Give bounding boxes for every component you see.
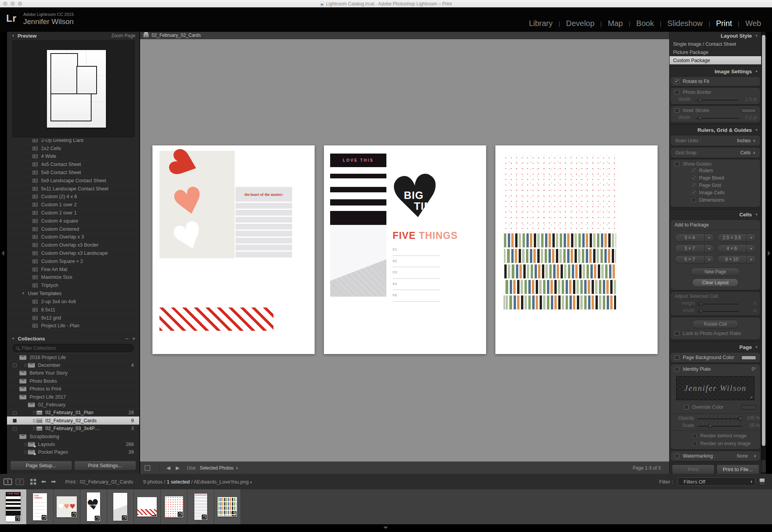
template-item[interactable]: Custom Square + 2 [7, 257, 139, 265]
filmstrip-cell[interactable]: LOVE THIS FIVE THINGS ♥ ♥ ♥ ♥ BIG TIME t… [134, 489, 161, 524]
dashes-card-cell[interactable] [503, 232, 617, 310]
add-cell-size-button[interactable]: 3 × 4 ▼ [675, 233, 714, 242]
template-item[interactable]: 5x9 Landscape Contact Sheet [7, 176, 139, 185]
rotate-to-fit-checkbox[interactable] [675, 79, 679, 84]
collection-row[interactable]: Scrapbooking [7, 432, 139, 440]
print-to-file-button[interactable]: Print to File... [717, 465, 759, 474]
template-item[interactable]: Custom Overlap x 3 [7, 233, 139, 241]
collection-checkbox[interactable] [13, 419, 17, 423]
big-time-card-cell[interactable]: ♥ BIG TIME [390, 168, 452, 230]
clear-layout-button[interactable]: Clear Layout [692, 278, 739, 287]
collection-row[interactable]: December 4 [7, 361, 139, 369]
template-item[interactable]: Custom Centered [7, 225, 139, 233]
collections-panel-header[interactable]: ▼ Collections − + [7, 334, 139, 343]
guide-option-checkbox[interactable] [692, 168, 696, 173]
template-item[interactable]: Maximize Size [7, 273, 139, 282]
photo-border-width-slider[interactable] [696, 96, 739, 102]
filmstrip-source-breadcrumb[interactable]: Print : 02_February_02_Cards [65, 479, 133, 485]
template-item[interactable]: Custom Overlap x3 Landscape [7, 249, 139, 257]
dropdown-arrow-icon[interactable]: ▼ [704, 245, 714, 252]
collection-row[interactable]: Photo Books [7, 377, 139, 385]
module-tab[interactable]: Book [623, 19, 654, 28]
filter-select[interactable]: Filters Off ▲▼ [678, 477, 755, 486]
inner-stroke-width-slider[interactable] [696, 114, 739, 121]
go-forward-button[interactable]: ➡ [51, 478, 56, 485]
collection-badge-icon[interactable] [122, 515, 127, 520]
use-selector[interactable]: Selected Photos [200, 465, 234, 471]
opacity-slider[interactable] [697, 415, 742, 421]
page-section-header[interactable]: Page▼ [670, 343, 761, 351]
dropdown-arrow-icon[interactable]: ▾ [250, 480, 252, 484]
right-panel-scrollbar[interactable] [762, 32, 766, 474]
scrollbar-thumb[interactable] [762, 35, 765, 446]
photo-thumbnail[interactable]: LOVE THIS FIVE THINGS ♥ ♥ ♥ ♥ BIG TIME t… [33, 493, 47, 520]
collection-row[interactable]: 02_February_02_Cards 9 [7, 416, 139, 424]
layout-style-option[interactable]: Custom Package [670, 56, 761, 64]
photo-thumbnail[interactable]: LOVE THIS FIVE THINGS ♥ ♥ ♥ ♥ BIG TIME t… [113, 493, 127, 521]
filmstrip-cell[interactable]: LOVE THIS FIVE THINGS ♥ ♥ ♥ ♥ BIG TIME t… [214, 489, 241, 524]
page-setup-button[interactable]: Page Setup... [10, 461, 72, 470]
love-this-card-cell[interactable]: LOVE THIS [330, 154, 386, 297]
next-page-button[interactable]: ▶ [176, 465, 180, 471]
template-item[interactable]: 5x8 Contact Sheet [7, 168, 139, 176]
render-behind-image-checkbox[interactable] [692, 434, 697, 438]
view-mode-icon[interactable] [145, 465, 150, 471]
filmstrip-cell[interactable]: LOVE THIS FIVE THINGS ♥ ♥ ♥ ♥ BIG TIME t… [0, 489, 27, 524]
override-color-swatch[interactable] [741, 405, 756, 409]
dropdown-arrow-icon[interactable]: ▼ [704, 234, 714, 242]
collapse-left-icon[interactable] [2, 250, 4, 256]
module-tab[interactable]: Map [594, 19, 623, 28]
add-cell-size-button[interactable]: 8 × 10 ▼ [717, 255, 756, 264]
grid-view-icon[interactable] [30, 479, 36, 485]
print-settings-button[interactable]: Print Settings... [74, 461, 136, 470]
collection-row[interactable]: Pocket Pages 39 [7, 448, 139, 456]
add-cell-size-button[interactable]: 4 × 6 ▼ [717, 244, 756, 253]
photo-thumbnail[interactable]: LOVE THIS FIVE THINGS ♥ ♥ ♥ ♥ BIG TIME t… [87, 492, 100, 521]
identity-plate-checkbox[interactable] [675, 367, 679, 371]
dropdown-arrow-icon[interactable]: ▼ [750, 396, 753, 399]
layout-style-option[interactable]: Picture Package [670, 48, 761, 56]
identity-plate-angle[interactable]: 0° [752, 366, 756, 372]
dropdown-arrow-icon[interactable]: ▼ [704, 256, 714, 263]
template-item[interactable]: Custom (2) 4 x 6 [7, 193, 139, 201]
template-item[interactable]: Custom 2 over 1 [7, 209, 139, 217]
second-window-button[interactable]: 2 [16, 478, 24, 485]
collection-checkbox[interactable] [13, 363, 17, 367]
inner-stroke-checkbox[interactable] [675, 108, 679, 113]
collection-row[interactable]: 02_February [7, 401, 139, 408]
filmstrip-cell[interactable]: LOVE THIS FIVE THINGS ♥ ♥ ♥ ♥ BIG TIME t… [161, 489, 187, 524]
add-cell-size-button[interactable]: 5 × 7 ▼ [675, 255, 714, 264]
collapse-right-icon[interactable] [768, 250, 770, 256]
render-every-image-checkbox[interactable] [692, 442, 697, 446]
hearts-card-cell[interactable]: ♥ ♥ ♥ [159, 151, 235, 258]
collection-checkbox[interactable] [13, 427, 17, 431]
page-background-color-swatch[interactable] [741, 356, 756, 360]
collections-filter[interactable] [12, 344, 134, 352]
photo-thumbnail[interactable]: LOVE THIS FIVE THINGS ♥ ♥ ♥ ♥ BIG TIME t… [165, 496, 183, 517]
collection-badge-icon[interactable] [71, 512, 76, 517]
previous-page-button[interactable]: ◀ [166, 465, 170, 471]
user-template-item[interactable]: Project Life - Plan [7, 322, 139, 330]
collection-row[interactable]: Before Your Story [7, 369, 139, 377]
module-tab[interactable]: Web [732, 19, 761, 28]
photo-thumbnail[interactable]: LOVE THIS FIVE THINGS ♥ ♥ ♥ ♥ BIG TIME t… [6, 492, 21, 522]
add-cell-size-button[interactable]: 2.5 × 3.5 ▼ [717, 233, 756, 242]
collection-badge-icon[interactable] [178, 512, 183, 517]
photo-thumbnail[interactable]: LOVE THIS FIVE THINGS ♥ ♥ ♥ ♥ BIG TIME t… [57, 496, 77, 517]
add-cell-size-button[interactable]: 3 × 7 ▼ [675, 244, 714, 253]
user-templates-folder[interactable]: ▼ User Templates [7, 289, 139, 297]
user-template-item[interactable]: 8.5x11 [7, 306, 139, 314]
template-item[interactable]: 4x5 Contact Sheet [7, 160, 139, 168]
module-tab[interactable]: Print [703, 19, 732, 28]
filmstrip-cell[interactable]: LOVE THIS FIVE THINGS ♥ ♥ ♥ ♥ BIG TIME t… [27, 489, 54, 524]
watermarking-select[interactable]: None [737, 453, 748, 459]
filmstrip-cell[interactable]: LOVE THIS FIVE THINGS ♥ ♥ ♥ ♥ BIG TIME t… [107, 489, 134, 524]
filter-collections-input[interactable] [22, 345, 115, 351]
filmstrip-status[interactable]: 9 photos / 1 selected / AEdwards_LoveYou… [143, 479, 252, 485]
collection-checkbox[interactable] [13, 411, 17, 415]
photo-border-checkbox[interactable] [675, 90, 679, 95]
template-item[interactable]: 2x2 Cells [7, 144, 139, 152]
photo-thumbnail[interactable]: LOVE THIS FIVE THINGS ♥ ♥ ♥ ♥ BIG TIME t… [194, 494, 207, 520]
collection-badge-icon[interactable] [42, 515, 47, 520]
rulers-grid-guides-header[interactable]: Rulers, Grid & Guides▼ [670, 126, 761, 134]
